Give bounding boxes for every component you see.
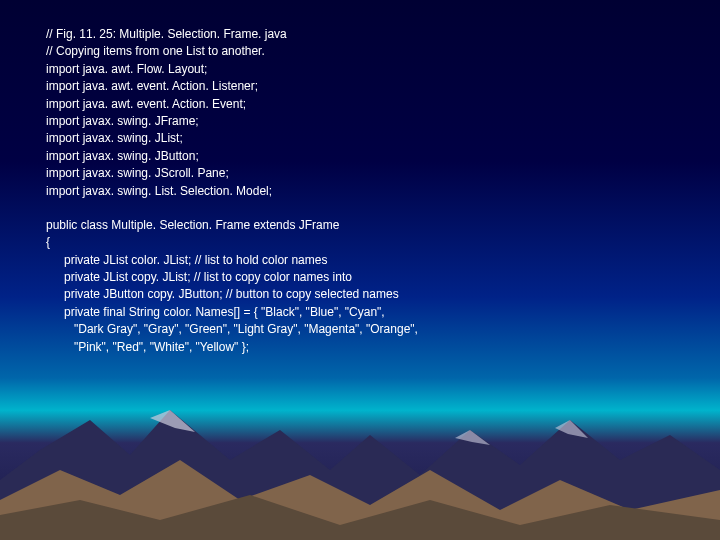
code-line: import java. awt. Flow. Layout;: [46, 61, 686, 78]
code-line: public class Multiple. Selection. Frame …: [46, 217, 686, 234]
code-listing: // Fig. 11. 25: Multiple. Selection. Fra…: [46, 26, 686, 356]
code-line: // Copying items from one List to anothe…: [46, 43, 686, 60]
code-line: import javax. swing. JList;: [46, 130, 686, 147]
code-line: import javax. swing. JScroll. Pane;: [46, 165, 686, 182]
code-line: private JList copy. JList; // list to co…: [46, 269, 686, 286]
mountain-silhouette: [0, 360, 720, 540]
code-line: import javax. swing. JFrame;: [46, 113, 686, 130]
code-line: import javax. swing. JButton;: [46, 148, 686, 165]
blank-line: [46, 200, 686, 217]
code-line: // Fig. 11. 25: Multiple. Selection. Fra…: [46, 26, 686, 43]
code-line: {: [46, 234, 686, 251]
code-line: import java. awt. event. Action. Listene…: [46, 78, 686, 95]
code-line: import java. awt. event. Action. Event;: [46, 96, 686, 113]
code-line: private final String color. Names[] = { …: [46, 304, 686, 321]
code-line: "Dark Gray", "Gray", "Green", "Light Gra…: [46, 321, 686, 338]
code-line: import javax. swing. List. Selection. Mo…: [46, 183, 686, 200]
code-line: private JButton copy. JButton; // button…: [46, 286, 686, 303]
code-line: "Pink", "Red", "White", "Yellow" };: [46, 339, 686, 356]
code-line: private JList color. JList; // list to h…: [46, 252, 686, 269]
